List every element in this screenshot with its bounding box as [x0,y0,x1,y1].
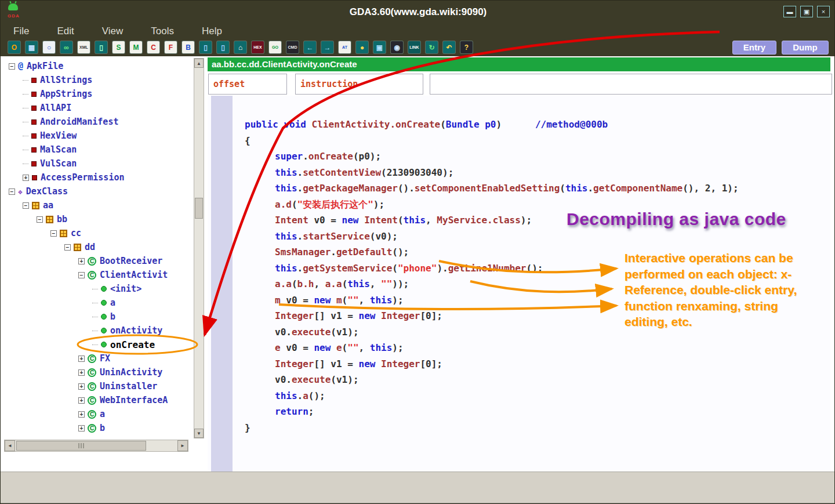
menu-item-help[interactable]: Help [202,26,222,37]
tree-item-appstrings[interactable]: AppStrings [1,87,193,101]
code-line[interactable]: this.startService(v0); [237,229,830,245]
tree-item-oncreate[interactable]: onCreate [1,338,193,351]
tree-item-dd[interactable]: −dd [1,240,193,254]
help-icon[interactable]: ? [460,41,473,53]
code-line[interactable]: this.getSystemService("phone").getLine1N… [237,260,830,277]
expand-icon[interactable]: + [23,175,29,181]
device-1-icon[interactable]: ▯ [199,41,212,53]
collapse-icon[interactable]: − [64,244,71,251]
code-line[interactable]: SmsManager.getDefault(); [237,244,830,260]
hex-icon[interactable]: HEX [252,41,264,53]
code-line[interactable]: this.getPackageManager().setComponentEna… [237,180,830,197]
menu-item-view[interactable]: View [102,26,124,37]
restore-button[interactable]: ▣ [800,6,813,17]
tree-item-aa[interactable]: −aa [1,198,193,212]
menu-item-file[interactable]: File [13,26,29,37]
cmd-icon[interactable]: CMD [286,41,299,53]
expand-icon[interactable]: + [78,425,85,432]
tree-item-b[interactable]: b [1,310,193,324]
expand-icon[interactable]: + [78,356,85,362]
tree-item-vulscan[interactable]: VulScan [1,157,193,171]
search-icon[interactable]: ○ [43,41,55,53]
code-line[interactable]: public void ClientActivity.onCreate(Bund… [237,117,830,133]
scroll-left-button[interactable]: ◄ [5,440,15,451]
tree-item-webinterfacea[interactable]: +CWebInterfaceA [1,393,193,407]
expand-icon[interactable]: + [78,411,85,418]
home-icon[interactable]: ⌂ [234,41,246,53]
tree-item-uninactivity[interactable]: +CUninActivity [1,365,193,379]
expand-icon[interactable]: + [78,383,85,390]
tree-item-cc[interactable]: −cc [1,226,193,240]
code-line[interactable]: v0.execute(v1); [237,372,830,388]
entry-button[interactable]: Entry [732,41,776,55]
c-tool-icon[interactable]: C [147,41,159,53]
tree-item-dexclass[interactable]: −❖DexClass [1,184,193,198]
code-line[interactable]: } [237,420,830,436]
strings-icon[interactable]: ∞ [60,41,72,53]
collapse-icon[interactable]: − [37,216,43,223]
scroll-right-button[interactable]: ► [177,440,188,451]
open-icon[interactable]: O [8,41,20,53]
code-line[interactable]: Integer[] v1 = new Integer[0]; [237,356,830,372]
code-line[interactable]: this.a(); [237,388,830,404]
expand-icon[interactable]: + [78,258,85,264]
code-line[interactable]: a.a(b.h, a.a(this, "")); [237,276,830,292]
tree-item-uninstaller[interactable]: +CUninstaller [1,379,193,393]
m-tool-icon[interactable]: M [130,41,142,53]
tree-vertical-scrollbar[interactable]: ▲ ▼ [194,58,204,438]
tree-item-hexview[interactable]: HexView [1,129,193,143]
tree-item-allstrings[interactable]: AllStrings [1,73,193,87]
tree-item-apkfile[interactable]: −@ApkFile [1,59,193,73]
tree-item-accesspermission[interactable]: +AccessPermission [1,171,193,184]
code-line[interactable]: return; [237,404,830,420]
device-2-icon[interactable]: ▯ [217,41,229,53]
collapse-icon[interactable]: − [50,230,57,237]
tree-item-fx[interactable]: +CFX [1,351,193,365]
minimize-button[interactable]: ▬ [783,6,796,17]
code-line[interactable]: e v0 = new e("", this); [237,340,830,356]
at-icon[interactable]: AT [339,41,351,53]
scroll-down-button[interactable]: ▼ [194,429,204,438]
code-line[interactable]: super.onCreate(p0); [237,148,830,165]
s-tool-icon[interactable]: S [112,41,125,53]
expand-icon[interactable]: + [78,397,85,404]
link-icon[interactable]: LINK [408,41,420,53]
back-icon[interactable]: ← [304,41,316,53]
tree-item-clientactivit[interactable]: −CClientActivit [1,268,193,282]
tree-item-a[interactable]: a [1,296,193,310]
manifest-icon[interactable]: ▯ [95,41,107,53]
code-line[interactable]: this.setContentView(2130903040); [237,165,830,181]
code-line[interactable]: Intent v0 = new Intent(this, MyService.c… [237,212,830,229]
xml-icon[interactable]: XML [78,41,90,53]
dialog-icon[interactable]: ▣ [373,41,386,53]
capture-icon[interactable]: ◉ [391,41,403,53]
dump-button[interactable]: Dump [782,41,829,55]
tree-item-init[interactable]: <init> [1,282,193,296]
code-line[interactable]: { [237,133,830,149]
tree-item-androidmanifest[interactable]: AndroidManifest [1,115,193,129]
tree-item-bb[interactable]: −bb [1,212,193,226]
go-icon[interactable]: GO [269,41,281,53]
tree-item-allapi[interactable]: AllAPI [1,101,193,115]
collapse-icon[interactable]: − [23,202,29,209]
code-line[interactable]: Integer[] v1 = new Integer[0]; [237,308,830,324]
save-icon[interactable]: ▦ [26,41,38,53]
close-button[interactable]: × [817,6,830,17]
tree-horizontal-scrollbar[interactable]: ◄ ► [4,440,188,452]
collapse-icon[interactable]: − [9,63,15,70]
expand-icon[interactable]: + [78,369,85,376]
lock-icon[interactable]: ● [356,41,368,53]
offset-column-header[interactable]: offset [208,74,287,95]
tree-item-b[interactable]: +Cb [1,421,193,435]
code-line[interactable]: v0.execute(v1); [237,324,830,340]
horizontal-scroll-thumb[interactable] [16,441,146,451]
tree-item-onactivity[interactable]: onActivity [1,324,193,338]
tree-item-a[interactable]: +Ca [1,407,193,421]
collapse-icon[interactable]: − [9,188,15,195]
tree-item-malscan[interactable]: MalScan [1,143,193,157]
code-line[interactable]: m v0 = new m("", this); [237,292,830,309]
vertical-scroll-thumb[interactable] [195,198,203,219]
refresh-icon[interactable]: ↻ [426,41,438,53]
b-tool-icon[interactable]: B [182,41,194,53]
scroll-up-button[interactable]: ▲ [194,59,204,68]
